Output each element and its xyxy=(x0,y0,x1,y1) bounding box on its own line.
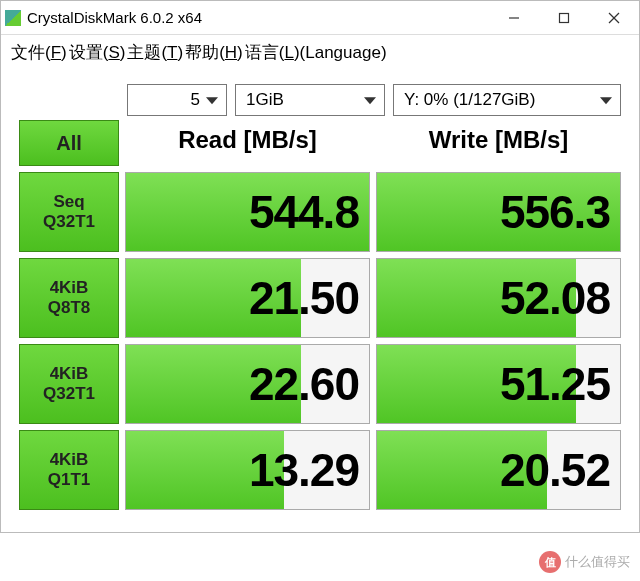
test-4kib-q32t1-button[interactable]: 4KiBQ32T1 xyxy=(19,344,119,424)
app-window: CrystalDiskMark 6.0.2 x64 文件(F) 设置(S) 主题… xyxy=(0,0,640,533)
menu-language[interactable]: 语言(L)(Language) xyxy=(245,41,387,64)
controls-row: 5 1GiB Y: 0% (1/127GiB) xyxy=(19,84,621,116)
test-label: Q32T1 xyxy=(43,384,95,404)
app-icon xyxy=(5,10,21,26)
4kib-q1t1-write-cell: 20.52 xyxy=(376,430,621,510)
4kib-q32t1-read-cell: 22.60 xyxy=(125,344,370,424)
value-text: 52.08 xyxy=(500,271,610,325)
svg-rect-1 xyxy=(560,13,569,22)
value-text: 556.3 xyxy=(500,185,610,239)
test-label: Seq xyxy=(53,192,84,212)
minimize-button[interactable] xyxy=(489,3,539,33)
value-text: 20.52 xyxy=(500,443,610,497)
size-select[interactable]: 1GiB xyxy=(235,84,385,116)
4kib-q8t8-read-cell: 21.50 xyxy=(125,258,370,338)
value-text: 51.25 xyxy=(500,357,610,411)
value-text: 544.8 xyxy=(249,185,359,239)
window-title: CrystalDiskMark 6.0.2 x64 xyxy=(27,9,489,26)
watermark: 值 什么值得买 xyxy=(539,551,630,573)
test-label: Q8T8 xyxy=(48,298,91,318)
value-text: 21.50 xyxy=(249,271,359,325)
test-label: 4KiB xyxy=(50,278,89,298)
test-4kib-q1t1-button[interactable]: 4KiBQ1T1 xyxy=(19,430,119,510)
menu-theme[interactable]: 主题(T) xyxy=(127,41,183,64)
close-button[interactable] xyxy=(589,3,639,33)
all-label: All xyxy=(56,132,82,155)
test-seq-q32t1-button[interactable]: SeqQ32T1 xyxy=(19,172,119,252)
size-value: 1GiB xyxy=(246,90,284,110)
results-grid: All Read [MB/s] Write [MB/s] SeqQ32T1 54… xyxy=(19,120,621,510)
maximize-button[interactable] xyxy=(539,3,589,33)
drive-select[interactable]: Y: 0% (1/127GiB) xyxy=(393,84,621,116)
watermark-icon: 值 xyxy=(539,551,561,573)
write-header: Write [MB/s] xyxy=(376,120,621,166)
test-label: Q1T1 xyxy=(48,470,91,490)
passes-select[interactable]: 5 xyxy=(127,84,227,116)
read-header: Read [MB/s] xyxy=(125,120,370,166)
test-label: Q32T1 xyxy=(43,212,95,232)
menu-file[interactable]: 文件(F) xyxy=(11,41,67,64)
test-label: 4KiB xyxy=(50,364,89,384)
all-button[interactable]: All xyxy=(19,120,119,166)
value-text: 13.29 xyxy=(249,443,359,497)
test-4kib-q8t8-button[interactable]: 4KiBQ8T8 xyxy=(19,258,119,338)
test-label: 4KiB xyxy=(50,450,89,470)
content-area: 5 1GiB Y: 0% (1/127GiB) All Read [MB/s] … xyxy=(1,70,639,532)
watermark-text: 什么值得买 xyxy=(565,553,630,571)
menu-help[interactable]: 帮助(H) xyxy=(185,41,243,64)
passes-value: 5 xyxy=(191,90,200,110)
menubar: 文件(F) 设置(S) 主题(T) 帮助(H) 语言(L)(Language) xyxy=(1,35,639,70)
titlebar: CrystalDiskMark 6.0.2 x64 xyxy=(1,1,639,35)
4kib-q8t8-write-cell: 52.08 xyxy=(376,258,621,338)
4kib-q32t1-write-cell: 51.25 xyxy=(376,344,621,424)
seq-q32t1-read-cell: 544.8 xyxy=(125,172,370,252)
value-text: 22.60 xyxy=(249,357,359,411)
4kib-q1t1-read-cell: 13.29 xyxy=(125,430,370,510)
menu-settings[interactable]: 设置(S) xyxy=(69,41,126,64)
seq-q32t1-write-cell: 556.3 xyxy=(376,172,621,252)
drive-value: Y: 0% (1/127GiB) xyxy=(404,90,535,110)
window-controls xyxy=(489,3,639,33)
